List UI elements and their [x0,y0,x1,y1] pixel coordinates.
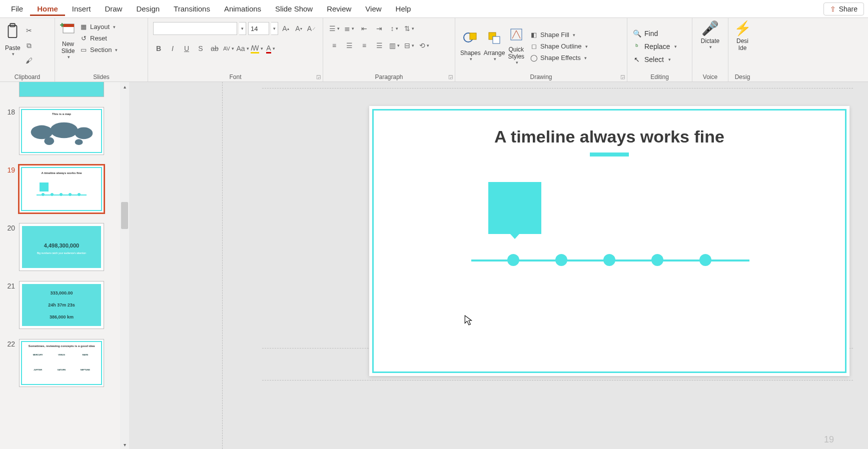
shadow-button[interactable]: S [195,43,206,54]
thumb-row-19[interactable]: 19 A timeline always works fine [0,163,129,221]
scroll-thumb[interactable] [121,202,128,229]
section-button[interactable]: ▭Section [79,46,118,54]
change-case-button[interactable]: Aa [237,43,248,54]
timeline-dot-5[interactable] [699,254,711,266]
align-vertical-button[interactable]: ⊟ [403,40,415,51]
grow-font-button[interactable]: A▴ [280,23,291,34]
tab-view[interactable]: View [358,2,388,16]
clear-formatting-button[interactable]: A⟋ [306,23,317,34]
copy-button[interactable]: ⧉ [24,40,35,51]
replace-button[interactable]: ᵇReplace [632,42,687,50]
tab-animations[interactable]: Animations [217,2,268,16]
font-launcher-icon[interactable]: ◲ [316,74,321,80]
thumb-num-19: 19 [3,165,19,174]
font-name-dropdown[interactable]: ▾ [239,22,246,35]
cut-button[interactable]: ✂ [24,25,35,36]
line-spacing-button[interactable]: ↕ [388,23,400,34]
shape-effects-label: Shape Effects [540,54,581,62]
decrease-indent-button[interactable]: ⇤ [358,23,370,34]
thumb-18[interactable]: This is a map [19,107,104,155]
font-color-button[interactable]: A [265,43,276,54]
new-slide-button[interactable]: New Slide [60,20,76,60]
font-name-combo[interactable] [153,22,237,35]
layout-label: Layout [90,23,110,30]
current-slide[interactable]: A timeline always works fine [369,106,849,376]
paste-button[interactable]: Paste [5,20,21,56]
thumb-row-17[interactable]: 17 [0,82,129,105]
smartart-button[interactable]: ⟲ [418,40,430,51]
dictate-button[interactable]: 🎤 Dictate [701,20,719,50]
align-center-button[interactable]: ☰ [343,40,355,51]
timeline-dot-2[interactable] [555,254,567,266]
design-ideas-button[interactable]: ⚡ Desi Ide [734,20,751,52]
tab-review[interactable]: Review [320,2,358,16]
layout-button[interactable]: ▦Layout [79,23,118,30]
find-button[interactable]: 🔍Find [632,30,687,38]
thumb-17[interactable] [19,82,104,97]
thumb-row-21[interactable]: 21 333,000.00 24h 37m 23s 386,000 km [0,279,129,337]
svg-rect-9 [493,36,500,44]
thumb-19[interactable]: A timeline always works fine [19,165,104,213]
timeline-dot-1[interactable] [507,254,519,266]
increase-indent-button[interactable]: ⇥ [373,23,385,34]
thumb-row-20[interactable]: 20 4,498,300,000 Big numbers catch your … [0,221,129,279]
slide-title[interactable]: A timeline always works fine [369,127,849,156]
thumb-20[interactable]: 4,498,300,000 Big numbers catch your aud… [19,223,104,271]
tab-design[interactable]: Design [129,2,167,16]
shape-effects-button[interactable]: ◯Shape Effects [529,54,587,62]
underline-button[interactable]: U [181,43,192,54]
thumb-21[interactable]: 333,000.00 24h 37m 23s 386,000 km [19,281,104,329]
tab-insert[interactable]: Insert [65,2,98,16]
strike-button[interactable]: ab [209,43,220,54]
columns-button[interactable]: ▥ [388,40,400,51]
tab-slideshow[interactable]: Slide Show [268,2,320,16]
bullets-button[interactable]: ☰ [328,23,340,34]
justify-button[interactable]: ☰ [373,40,385,51]
ruler-bottom [262,380,853,380]
font-size-dropdown[interactable]: ▾ [271,22,278,35]
thumb-row-22[interactable]: 22 Sometimes, reviewing concepts is a go… [0,337,129,395]
numbering-button[interactable]: ≣ [343,23,355,34]
tab-file[interactable]: File [4,2,30,16]
tab-help[interactable]: Help [389,2,418,16]
arrange-button[interactable]: Arrange [484,31,505,62]
share-button[interactable]: ⇪ Share [823,2,864,16]
char-spacing-button[interactable]: AV [223,43,234,54]
new-slide-icon [60,22,76,40]
thumb-22[interactable]: Sometimes, reviewing concepts is a good … [19,339,104,387]
section-label: Section [90,46,112,54]
paragraph-launcher-icon[interactable]: ◲ [448,74,453,80]
share-icon: ⇪ [830,5,836,13]
align-right-button[interactable]: ≡ [358,40,370,51]
shrink-font-button[interactable]: A▾ [293,23,304,34]
quick-styles-button[interactable]: Quick Styles [508,28,524,65]
drawing-launcher-icon[interactable]: ◲ [620,74,625,80]
timeline-callout[interactable] [488,182,541,234]
align-left-button[interactable]: ≡ [328,40,340,51]
tab-home[interactable]: Home [30,2,65,16]
thumb-row-18[interactable]: 18 This is a map [0,105,129,163]
timeline[interactable] [471,254,749,267]
italic-button[interactable]: I [167,43,178,54]
tab-transitions[interactable]: Transitions [167,2,217,16]
scroll-down-icon[interactable]: ▾ [120,440,129,449]
shape-outline-button[interactable]: ◻Shape Outline [529,42,587,50]
bold-button[interactable]: B [153,43,164,54]
select-button[interactable]: ↖Select [632,56,687,64]
shape-fill-button[interactable]: ◧Shape Fill [529,31,587,38]
thumb-scrollbar[interactable]: ▴ ▾ [120,82,129,449]
font-size-combo[interactable]: 14 [248,22,269,35]
timeline-dot-4[interactable] [651,254,663,266]
tab-draw[interactable]: Draw [98,2,129,16]
shapes-button[interactable]: Shapes [460,31,481,62]
text-direction-button[interactable]: ⇅ [403,23,415,34]
format-painter-button[interactable]: 🖌 [24,55,35,66]
highlight-button[interactable]: ꟿ [251,43,262,54]
timeline-dot-3[interactable] [603,254,615,266]
reset-icon: ↺ [79,34,88,42]
select-label: Select [644,56,664,64]
ruler-top [262,88,853,88]
slide-editor[interactable]: A timeline always works fine 19 [129,82,868,449]
reset-button[interactable]: ↺Reset [79,34,118,42]
scroll-up-icon[interactable]: ▴ [120,82,129,91]
